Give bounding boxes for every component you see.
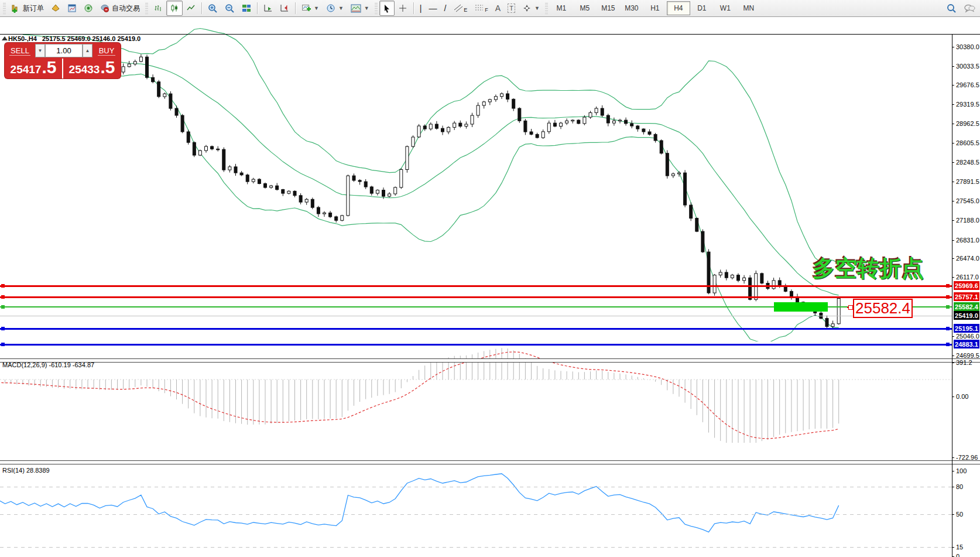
timeframe-m30[interactable]: M30: [620, 1, 643, 15]
bar-chart-button[interactable]: [150, 1, 166, 16]
rsi-splitter[interactable]: [0, 460, 980, 464]
volume-decrease-button[interactable]: ▼: [35, 44, 45, 57]
search-button[interactable]: [943, 1, 960, 16]
line-handle[interactable]: [946, 295, 950, 299]
autotrading-button[interactable]: 自动交易: [97, 1, 143, 16]
one-click-trading-panel: SELL ▼ ▲ BUY 25417 .5 25433 .5: [5, 43, 121, 78]
line-handle[interactable]: [946, 327, 950, 330]
collapse-triangle-icon[interactable]: [2, 36, 8, 40]
search-icon: [947, 4, 957, 13]
price-axis-border: [952, 34, 952, 557]
profiles-button[interactable]: [47, 1, 64, 16]
buy-price-frac: .5: [100, 59, 115, 76]
axis-tick: 391.2: [952, 359, 980, 366]
rsi-label: RSI(14) 28.8389: [2, 467, 50, 474]
chat-button[interactable]: [960, 1, 979, 16]
green-highlight-rectangle[interactable]: [774, 302, 828, 312]
trendline-tool[interactable]: /: [440, 1, 450, 16]
horizontal-line-25419.0[interactable]: [0, 316, 952, 316]
label-anchor-handle[interactable]: [848, 305, 853, 310]
horizontal-line-25757.1[interactable]: [0, 296, 952, 298]
periods-button[interactable]: ▼: [323, 1, 347, 16]
auto-scroll-button[interactable]: [260, 1, 276, 16]
crosshair-icon: [398, 4, 407, 13]
toolbar-grip: [545, 2, 548, 14]
toolbar-grip: [145, 2, 148, 14]
line-handle[interactable]: [946, 343, 950, 346]
vertical-line-icon: |: [420, 4, 422, 12]
timeframe-mn[interactable]: MN: [737, 1, 760, 15]
macd-splitter[interactable]: [0, 358, 980, 363]
line-handle[interactable]: [1, 305, 5, 309]
cursor-tool-button[interactable]: [379, 1, 395, 16]
trendline-icon: /: [444, 4, 446, 12]
turning-point-annotation[interactable]: 多空转折点: [813, 254, 924, 283]
chat-icon: [964, 4, 975, 13]
autotrading-label: 自动交易: [112, 4, 140, 13]
sell-button[interactable]: SELL: [5, 46, 35, 55]
tile-windows-icon: [242, 4, 251, 13]
arrows-tool[interactable]: ▼: [519, 1, 543, 16]
chart-shift-button[interactable]: [276, 1, 293, 16]
timeframe-m5[interactable]: M5: [573, 1, 597, 15]
symbol-period: HK50-,H4: [8, 35, 37, 42]
horizontal-line-24883.1[interactable]: [0, 344, 952, 346]
chart-top-border: [0, 34, 980, 35]
zoom-in-button[interactable]: [204, 1, 221, 16]
candlestick-chart-button[interactable]: [166, 1, 183, 16]
price-tag-25582.4: 25582.4: [954, 302, 979, 311]
vertical-line-tool[interactable]: |: [416, 1, 426, 16]
line-handle[interactable]: [946, 305, 950, 309]
axis-tick: 15: [952, 544, 980, 551]
line-handle[interactable]: [1, 284, 5, 288]
tile-windows-button[interactable]: [238, 1, 255, 16]
crosshair-tool-button[interactable]: [395, 1, 411, 16]
channel-tool[interactable]: E: [450, 1, 471, 16]
timeframe-m1[interactable]: M1: [550, 1, 573, 15]
timeframe-h4[interactable]: H4: [667, 1, 690, 15]
buy-button[interactable]: BUY: [92, 46, 121, 55]
new-order-button[interactable]: 新订单: [8, 1, 47, 16]
volume-input[interactable]: [45, 44, 83, 57]
zoom-out-icon: [225, 4, 235, 13]
timeframe-m15[interactable]: M15: [597, 1, 620, 15]
line-handle[interactable]: [1, 327, 5, 330]
line-handle[interactable]: [946, 284, 950, 288]
cursor-icon: [383, 4, 391, 13]
buy-price[interactable]: 25433 .5: [63, 59, 121, 78]
market-watch-button[interactable]: [64, 1, 80, 16]
axis-tick: 28605.5: [952, 139, 980, 146]
axis-tick: 28962.5: [952, 120, 980, 127]
horizontal-line-25969.6[interactable]: [0, 285, 952, 287]
line-chart-button[interactable]: [183, 1, 199, 16]
price-tag-25195.1: 25195.1: [954, 324, 979, 333]
text-tool[interactable]: A: [492, 1, 504, 16]
line-handle[interactable]: [1, 343, 5, 346]
signals-button[interactable]: [80, 1, 97, 16]
axis-tick: 26831.0: [952, 237, 980, 244]
timeframe-w1[interactable]: W1: [714, 1, 737, 15]
bar-chart-icon: [153, 4, 163, 13]
chart-surface[interactable]: 30380.030033.529676.529319.528962.528605…: [0, 17, 980, 557]
sell-price[interactable]: 25417 .5: [5, 59, 63, 78]
timeframe-d1[interactable]: D1: [690, 1, 714, 15]
horizontal-line-25195.1[interactable]: [0, 328, 952, 330]
rsi-level-line: [0, 514, 952, 515]
line-handle[interactable]: [1, 295, 5, 299]
text-label-tool[interactable]: T: [504, 1, 519, 16]
periods-clock-icon: [326, 4, 335, 13]
horizontal-line-tool[interactable]: —: [425, 1, 440, 16]
toolbar-separator: [413, 2, 414, 14]
volume-increase-button[interactable]: ▲: [83, 44, 92, 57]
rsi-indicator: [0, 474, 839, 532]
fibonacci-tool[interactable]: F: [471, 1, 492, 16]
templates-button[interactable]: ▼: [347, 1, 373, 16]
channel-icon: [453, 4, 464, 13]
indicators-icon: [301, 4, 311, 13]
toolbar-separator: [201, 2, 202, 14]
zoom-out-button[interactable]: [221, 1, 238, 16]
fibonacci-icon: [474, 4, 485, 13]
indicators-button[interactable]: ▼: [298, 1, 323, 16]
timeframe-h1[interactable]: H1: [643, 1, 667, 15]
price-callout-label[interactable]: 25582.4: [853, 299, 913, 318]
